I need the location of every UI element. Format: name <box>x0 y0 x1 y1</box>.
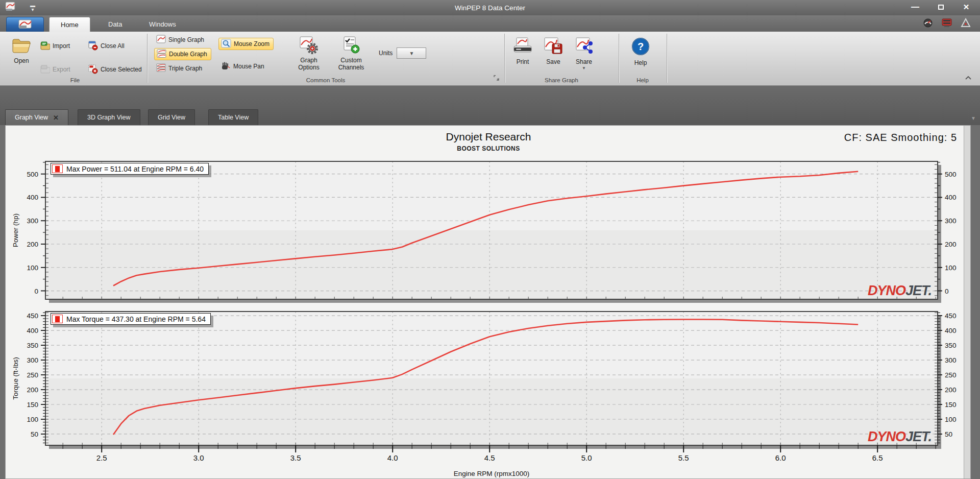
application-menu-button[interactable] <box>6 17 44 32</box>
svg-text:350: 350 <box>945 342 957 349</box>
svg-text:300: 300 <box>945 217 957 225</box>
open-button[interactable]: Open <box>8 35 35 66</box>
chart-header: Dynojet Research BOOST SOLUTIONS CF: SAE… <box>6 128 971 157</box>
close-all-icon <box>88 40 98 52</box>
dialog-launcher-icon[interactable] <box>494 74 499 83</box>
power-legend[interactable]: Max Power = 511.04 at Engine RPM = 6.40 <box>51 163 209 175</box>
svg-text:500: 500 <box>945 171 957 178</box>
svg-text:0: 0 <box>945 288 949 295</box>
svg-text:300: 300 <box>27 217 38 225</box>
tab-graph-view[interactable]: Graph View ✕ <box>5 109 68 125</box>
save-icon <box>543 37 564 57</box>
document-tab-strip: Graph View ✕ 3D Graph View Grid View Tab… <box>0 86 980 125</box>
svg-text:50: 50 <box>945 430 952 438</box>
single-graph-button[interactable]: Single Graph <box>154 34 208 46</box>
svg-text:500: 500 <box>27 171 38 178</box>
share-icon <box>574 37 594 57</box>
tab-overflow-icon[interactable]: ▼ <box>971 115 976 121</box>
close-selected-icon <box>88 64 98 76</box>
help-button[interactable]: ? Help <box>628 35 653 68</box>
torque-legend[interactable]: Max Torque = 437.30 at Engine RPM = 5.64 <box>51 313 211 325</box>
dynojet-logo-icon[interactable] <box>961 18 971 30</box>
triple-graph-button[interactable]: Triple Graph <box>154 62 206 75</box>
svg-text:?: ? <box>638 41 644 52</box>
mouse-zoom-icon <box>221 39 231 50</box>
tab-grid-view[interactable]: Grid View <box>148 109 195 125</box>
ribbon-group-file: Open Import Export Close All Close Selec… <box>4 32 146 85</box>
svg-text:200: 200 <box>27 386 38 394</box>
mouse-zoom-button[interactable]: Mouse Zoom <box>218 38 274 50</box>
units-label: Units <box>379 50 393 57</box>
share-dropdown-arrow-icon: ▼ <box>582 66 586 70</box>
svg-text:250: 250 <box>27 371 38 379</box>
svg-text:100: 100 <box>27 416 38 423</box>
close-selected-button[interactable]: Close Selected <box>86 63 145 76</box>
export-button[interactable]: Export <box>38 63 74 76</box>
svg-text:250: 250 <box>945 371 957 379</box>
svg-text:0: 0 <box>34 288 38 295</box>
y-axis-title: Power (hp) <box>12 213 19 247</box>
maximize-button[interactable] <box>934 2 947 12</box>
ribbon: Open Import Export Close All Close Selec… <box>0 32 980 86</box>
legend-swatch-icon <box>52 315 63 323</box>
graph-options-button[interactable]: Graph Options <box>291 34 327 74</box>
import-button[interactable]: Import <box>38 40 74 52</box>
gauge-icon[interactable] <box>923 18 933 30</box>
torque-chart[interactable]: DYNOJET.50501001001501502002002502503003… <box>6 309 971 479</box>
vertical-scrollbar[interactable] <box>964 126 970 478</box>
winpep-window: ▬▾ WinPEP 8 Data Center — ✕ Home Data Wi… <box>0 0 980 479</box>
units-control: Units ▼ <box>377 47 430 59</box>
double-graph-icon <box>157 49 166 59</box>
triple-graph-icon <box>156 63 166 74</box>
mouse-pan-button[interactable]: Mouse Pan <box>218 60 268 73</box>
svg-text:100: 100 <box>945 416 957 423</box>
power-chart[interactable]: DYNOJET.00100100200200300300400400500500… <box>6 157 971 308</box>
ribbon-tab-data[interactable]: Data <box>97 17 133 32</box>
units-dropdown[interactable]: ▼ <box>397 47 426 59</box>
tab-3d-graph-view[interactable]: 3D Graph View <box>78 109 140 125</box>
save-button[interactable]: Save <box>540 35 567 67</box>
svg-text:300: 300 <box>945 356 957 364</box>
power-legend-text: Max Power = 511.04 at Engine RPM = 6.40 <box>66 165 204 173</box>
close-button[interactable]: ✕ <box>960 2 973 12</box>
correction-factor-label: CF: SAE Smoothing: 5 <box>844 132 957 143</box>
svg-text:3.5: 3.5 <box>290 453 301 462</box>
ribbon-tab-windows[interactable]: Windows <box>138 17 187 32</box>
svg-text:5.5: 5.5 <box>678 453 689 462</box>
mouse-pan-icon <box>220 61 231 72</box>
close-all-button[interactable]: Close All <box>86 40 128 52</box>
dynojet-watermark: DYNOJET. <box>868 283 932 298</box>
chart-title: Dynojet Research <box>6 131 971 143</box>
single-graph-icon <box>156 35 166 45</box>
print-icon <box>512 37 533 57</box>
tab-table-view[interactable]: Table View <box>208 109 258 125</box>
svg-text:3.0: 3.0 <box>193 453 204 462</box>
file-group-label: File <box>4 77 146 83</box>
tab-close-icon[interactable]: ✕ <box>53 114 59 122</box>
ribbon-group-share-graph: Print Save Share ▼ Share Graph <box>505 32 618 85</box>
svg-text:2.5: 2.5 <box>96 453 107 462</box>
double-graph-button[interactable]: Double Graph <box>154 48 211 60</box>
share-graph-group-label: Share Graph <box>505 77 618 83</box>
svg-text:200: 200 <box>945 386 957 394</box>
ribbon-tab-home[interactable]: Home <box>49 17 90 32</box>
ribbon-group-common-tools: Single Graph Double Graph Triple Graph M… <box>148 32 503 85</box>
svg-text:5.0: 5.0 <box>581 453 592 462</box>
svg-text:350: 350 <box>27 342 38 349</box>
svg-text:400: 400 <box>945 194 957 201</box>
ribbon-group-help: ? Help Help <box>620 32 666 85</box>
window-title: WinPEP 8 Data Center <box>0 4 980 12</box>
svg-text:4.0: 4.0 <box>387 453 398 462</box>
print-button[interactable]: Print <box>509 35 536 67</box>
help-icon: ? <box>631 37 650 58</box>
svg-text:6.5: 6.5 <box>872 453 883 462</box>
device-icon[interactable] <box>941 18 952 30</box>
ribbon-collapse-icon[interactable] <box>965 73 972 82</box>
svg-text:400: 400 <box>27 194 38 201</box>
y-axis-title: Torque (ft-lbs) <box>12 357 19 399</box>
minimize-button[interactable]: — <box>909 2 922 12</box>
share-button[interactable]: Share ▼ <box>571 35 597 73</box>
dynojet-watermark: DYNOJET. <box>868 429 932 444</box>
svg-text:400: 400 <box>945 327 957 334</box>
custom-channels-button[interactable]: Custom Channels <box>332 34 371 74</box>
